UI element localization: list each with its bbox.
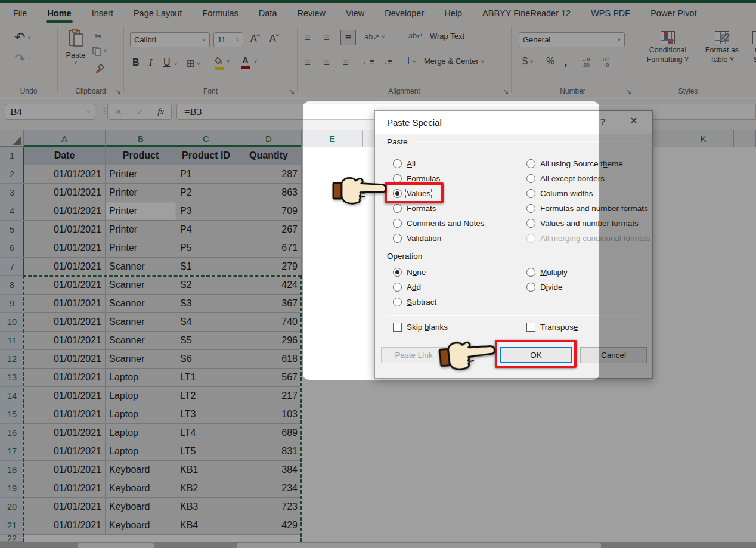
- radio-mark[interactable]: [393, 219, 402, 228]
- clipboard-dialog-launcher-icon[interactable]: ↘: [116, 88, 121, 95]
- table-cell[interactable]: Laptop: [106, 387, 176, 405]
- table-cell[interactable]: 863: [236, 184, 302, 202]
- table-cell[interactable]: LT2: [176, 387, 236, 405]
- table-cell[interactable]: 01/01/2021: [24, 221, 106, 239]
- row-header-19[interactable]: 19: [0, 479, 24, 498]
- fill-color-icon[interactable]: [215, 56, 224, 70]
- borders-icon[interactable]: ⊞˅: [186, 57, 200, 70]
- table-cell[interactable]: 424: [236, 276, 302, 295]
- table-cell[interactable]: Scanner: [106, 295, 176, 313]
- column-header-a[interactable]: A: [24, 130, 106, 147]
- table-cell[interactable]: 01/01/2021: [24, 295, 106, 313]
- table-cell[interactable]: P3: [176, 202, 236, 221]
- row-header-11[interactable]: 11: [0, 332, 24, 350]
- table-cell[interactable]: 01/01/2021: [24, 258, 106, 276]
- table-cell[interactable]: 01/01/2021: [24, 424, 106, 442]
- paste-option-tformas[interactable]: Formats: [393, 204, 436, 213]
- underline-button[interactable]: U: [163, 57, 171, 68]
- select-all-corner[interactable]: [0, 130, 24, 147]
- table-cell[interactable]: Printer: [106, 239, 176, 258]
- confirm-entry-icon[interactable]: ✓: [137, 107, 144, 117]
- table-cell[interactable]: KB2: [176, 479, 236, 498]
- paste-button[interactable]: Paste ˅: [63, 29, 89, 66]
- operation-option-multiply[interactable]: Multiply: [526, 268, 568, 277]
- row-header-17[interactable]: 17: [0, 442, 24, 461]
- column-header-d[interactable]: D: [236, 130, 302, 147]
- underline-dropdown-icon[interactable]: ˅: [174, 61, 177, 67]
- font-name-combo[interactable]: Calibri˅: [130, 32, 210, 47]
- paste-option-uvales-and-number-formats[interactable]: Values and number formats: [526, 219, 639, 228]
- tab-help[interactable]: Help: [444, 8, 462, 18]
- row-header-22[interactable]: 22: [0, 535, 24, 542]
- tab-data[interactable]: Data: [259, 8, 277, 18]
- table-cell[interactable]: 296: [236, 332, 302, 350]
- table-cell[interactable]: 01/01/2021: [24, 387, 106, 405]
- row-header-18[interactable]: 18: [0, 461, 24, 479]
- scrollbar-sliver[interactable]: [237, 543, 601, 548]
- table-cell[interactable]: LT4: [176, 424, 236, 442]
- table-cell[interactable]: 01/01/2021: [24, 405, 106, 424]
- align-left-icon[interactable]: ≡: [305, 57, 311, 69]
- table-cell[interactable]: 567: [236, 369, 302, 387]
- accounting-format-icon[interactable]: $˅: [522, 56, 533, 67]
- table-cell[interactable]: S1: [176, 258, 236, 276]
- row-header-16[interactable]: 16: [0, 424, 24, 442]
- tab-insert[interactable]: Insert: [92, 8, 113, 18]
- table-cell[interactable]: 103: [236, 405, 302, 424]
- name-box[interactable]: B4 ˅: [5, 104, 95, 120]
- grow-font-icon[interactable]: Aˆ: [250, 33, 260, 44]
- table-cell[interactable]: 01/01/2021: [24, 498, 106, 516]
- fill-color-dropdown-icon[interactable]: ˅: [227, 58, 230, 64]
- sheet-tab-sliver[interactable]: [78, 543, 154, 548]
- shrink-font-icon[interactable]: Aˇ: [269, 33, 279, 44]
- table-cell[interactable]: 671: [236, 239, 302, 258]
- table-cell[interactable]: 723: [236, 498, 302, 516]
- dialog-help-icon[interactable]: ?: [597, 116, 609, 126]
- column-header-e[interactable]: E: [302, 130, 363, 147]
- table-cell[interactable]: S5: [176, 332, 236, 350]
- alignment-dialog-launcher-icon[interactable]: ↘: [503, 88, 509, 95]
- format-painter-icon[interactable]: [94, 63, 104, 76]
- tab-view[interactable]: View: [346, 8, 364, 18]
- row-header-15[interactable]: 15: [0, 405, 24, 424]
- checkbox-mark[interactable]: [393, 323, 402, 332]
- copy-icon[interactable]: ˅: [92, 47, 107, 56]
- tab-power-pivot[interactable]: Power Pivot: [650, 8, 696, 18]
- row-header-21[interactable]: 21: [0, 516, 24, 535]
- table-cell[interactable]: 01/01/2021: [24, 350, 106, 369]
- row-header-3[interactable]: 3: [0, 184, 24, 202]
- number-format-combo[interactable]: General˅: [519, 32, 625, 47]
- operation-option-none[interactable]: None: [393, 268, 426, 277]
- table-cell[interactable]: LT5: [176, 442, 236, 461]
- operation-option-subtract[interactable]: Subtract: [393, 298, 436, 306]
- table-cell[interactable]: 618: [236, 350, 302, 369]
- checkbox-mark[interactable]: [526, 323, 535, 332]
- orientation-icon[interactable]: ab↗˅: [364, 32, 385, 41]
- paste-option-all-merging-conditional-formats[interactable]: All merging conditional formats: [526, 234, 650, 243]
- checkbox-transpose[interactable]: Transpose: [526, 323, 578, 332]
- table-cell[interactable]: Printer: [106, 165, 176, 184]
- insert-function-icon[interactable]: fx: [157, 107, 164, 117]
- column-header-c[interactable]: C: [176, 130, 236, 147]
- table-cell[interactable]: Printer: [106, 184, 176, 202]
- increase-indent-icon[interactable]: →≡: [380, 57, 392, 66]
- tab-developer[interactable]: Developer: [385, 8, 424, 18]
- radio-mark[interactable]: [393, 283, 402, 292]
- tab-home[interactable]: Home: [47, 8, 71, 18]
- bold-button[interactable]: B: [132, 57, 140, 68]
- align-right-icon[interactable]: ≡: [343, 57, 349, 69]
- tab-formulas[interactable]: Formulas: [202, 8, 238, 18]
- undo-icon[interactable]: ↶˅: [14, 30, 31, 45]
- align-top-icon[interactable]: ≡: [305, 32, 311, 44]
- table-cell[interactable]: Printer: [106, 221, 176, 239]
- row-header-10[interactable]: 10: [0, 313, 24, 332]
- radio-mark[interactable]: [526, 268, 535, 277]
- table-cell[interactable]: Laptop: [106, 442, 176, 461]
- table-cell[interactable]: KB1: [176, 461, 236, 479]
- cancel-button[interactable]: Cancel: [580, 347, 647, 363]
- row-header-1[interactable]: 1: [0, 147, 24, 165]
- row-header-12[interactable]: 12: [0, 350, 24, 369]
- align-bottom-icon[interactable]: ≡: [340, 30, 356, 45]
- tab-abbyy-finereader-12[interactable]: ABBYY FineReader 12: [482, 8, 571, 18]
- table-header-cell[interactable]: Product: [106, 147, 176, 165]
